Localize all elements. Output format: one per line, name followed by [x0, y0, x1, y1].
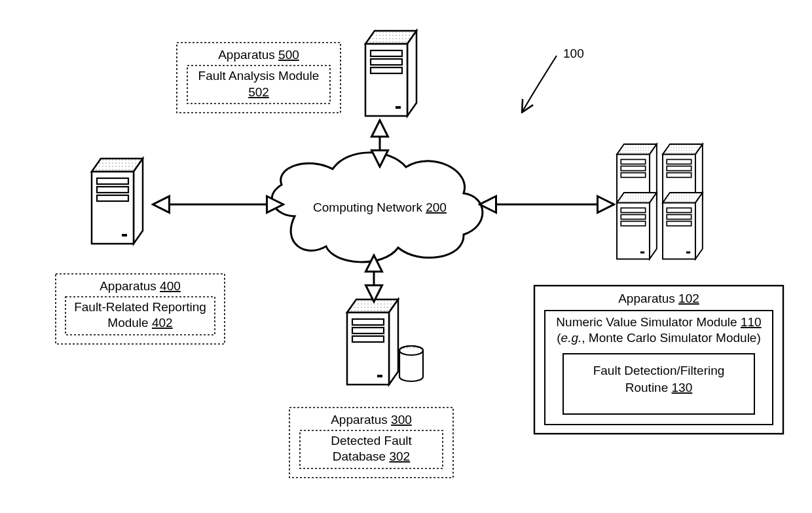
- network-label-prefix: Computing Network: [313, 200, 422, 214]
- apparatus-300-ref: 300: [391, 413, 412, 427]
- apparatus-500-title: Apparatus: [218, 48, 275, 62]
- apparatus-400-module-ref: 402: [152, 316, 173, 330]
- apparatus-300-module-line2: Database: [333, 449, 386, 463]
- apparatus-102-routine-line2: Routine: [625, 381, 669, 394]
- apparatus-102-ref: 102: [678, 292, 699, 305]
- apparatus-500-module-ref: 502: [248, 85, 269, 99]
- apparatus-102-server-cluster: [617, 144, 703, 259]
- svg-rect-21: [534, 286, 783, 434]
- apparatus-300-server: [347, 299, 423, 385]
- svg-text:Apparatus
     102: Apparatus 102: [618, 292, 699, 305]
- system-diagram: Computing Network 200 100 Apparatus 500 …: [0, 0, 812, 513]
- computing-network-cloud: Computing Network 200: [272, 153, 483, 262]
- apparatus-400-server: [92, 159, 143, 244]
- apparatus-300-box: Apparatus 300 Detected Fault Database 30…: [289, 408, 453, 478]
- svg-text:Numeric Value Simulator Module: Numeric Value Simulator Module 110: [556, 315, 761, 329]
- apparatus-500-box: Apparatus 500 Fault Analysis Module 502: [177, 43, 341, 113]
- svg-text:Computing Network
     200: Computing Network 200: [313, 200, 447, 214]
- svg-text:Apparatus
     500: Apparatus 500: [218, 48, 299, 62]
- apparatus-300-module-line1: Detected Fault: [331, 434, 412, 447]
- svg-text:Module
     402: Module 402: [107, 316, 172, 330]
- apparatus-400-ref: 400: [160, 279, 181, 293]
- figure-ref-pointer: 100: [523, 47, 584, 111]
- apparatus-500-module-line1: Fault Analysis Module: [198, 69, 320, 83]
- apparatus-102-mod-line1-ref: 110: [741, 315, 762, 329]
- svg-text:Apparatus
     300: Apparatus 300: [331, 413, 412, 427]
- apparatus-102-routine-ref: 130: [672, 381, 693, 394]
- apparatus-102-title: Apparatus: [618, 292, 675, 305]
- apparatus-400-module-line2: Module: [107, 316, 148, 330]
- svg-text:Apparatus
     400: Apparatus 400: [100, 279, 181, 293]
- apparatus-102-mod-line1: Numeric Value Simulator Module: [556, 315, 737, 329]
- apparatus-400-module-line1: Fault-Related Reporting: [74, 300, 206, 314]
- apparatus-102-routine-line1: Fault Detection/Filtering: [593, 364, 725, 377]
- apparatus-102-box: Apparatus 102 Numeric Value Simulator Mo…: [534, 286, 783, 434]
- svg-text:Routine
     130: Routine 130: [625, 381, 692, 394]
- apparatus-500-ref: 500: [278, 48, 299, 62]
- apparatus-500-server: [365, 31, 416, 116]
- apparatus-400-box: Apparatus 400 Fault-Related Reporting Mo…: [56, 274, 225, 344]
- apparatus-300-module-ref: 302: [389, 449, 410, 463]
- figure-ref: 100: [563, 47, 584, 60]
- network-ref: 200: [426, 200, 447, 214]
- svg-text:Database
     302: Database 302: [333, 449, 410, 463]
- apparatus-400-title: Apparatus: [100, 279, 157, 293]
- apparatus-300-title: Apparatus: [331, 413, 388, 427]
- svg-text:(e.g., Monte Carlo Simulator M: (e.g., Monte Carlo Simulator Module): [557, 331, 761, 345]
